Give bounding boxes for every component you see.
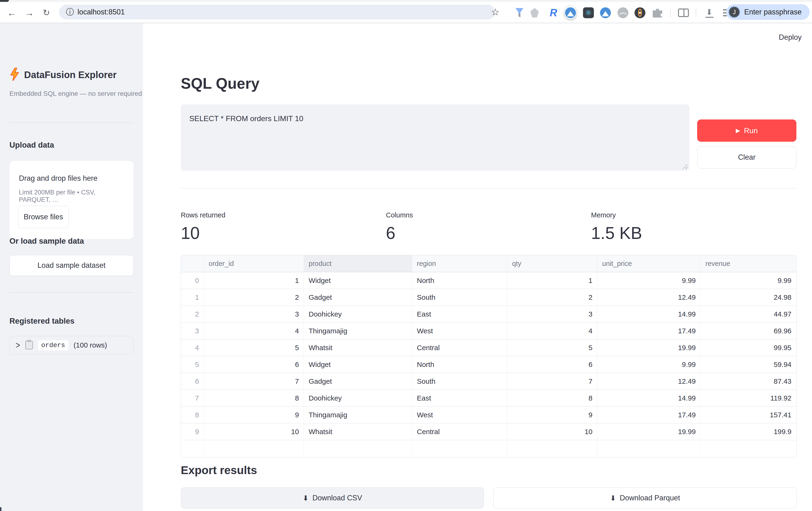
table-cell: 44.97: [701, 306, 796, 323]
table-cell: 1: [204, 272, 304, 289]
run-button[interactable]: ▶ Run: [697, 119, 796, 142]
table-cell: South: [412, 373, 508, 390]
app-brand: DataFusion Explorer: [9, 68, 117, 82]
site-info-icon[interactable]: ⓘ: [65, 7, 75, 17]
column-header-unit_price[interactable]: unit_price: [598, 255, 701, 272]
table-cell: 9: [508, 407, 598, 424]
browser-toolbar: ← → ↻ ⓘ localhost:8501 ☆ R ⚛ J Enter pas…: [0, 2, 812, 23]
reload-icon[interactable]: ↻: [41, 7, 52, 19]
table-cell: Doohickey: [304, 306, 412, 323]
table-cell: 1: [508, 272, 598, 289]
table-cell: 119.92: [701, 390, 796, 407]
empty-cell: [508, 440, 598, 457]
tab-strip: [0, 0, 812, 2]
table-cell: East: [412, 306, 508, 323]
table-cell: 9.99: [598, 272, 701, 289]
empty-cell: [598, 440, 701, 457]
table-name-chip: orders: [38, 340, 68, 350]
dataframe-grid: order_idproductregionqtyunit_pricerevenu…: [181, 255, 796, 457]
row-index: 7: [181, 390, 204, 407]
table-cell: East: [412, 390, 508, 407]
metric-value: 6: [386, 223, 591, 243]
table-cell: Widget: [304, 356, 412, 373]
query-text: SELECT * FROM orders LIMIT 10: [189, 114, 303, 123]
table-cell: 7: [204, 373, 304, 390]
column-header-region[interactable]: region: [412, 255, 508, 272]
load-sample-dataset-button[interactable]: Load sample dataset: [9, 255, 134, 276]
column-header-index[interactable]: [181, 255, 204, 272]
extensions-puzzle-icon[interactable]: [651, 7, 664, 19]
table-cell: South: [412, 289, 508, 306]
row-index: 1: [181, 289, 204, 306]
column-header-qty[interactable]: qty: [508, 255, 598, 272]
empty-cell: [412, 440, 508, 457]
table-cell: 14.99: [598, 306, 701, 323]
empty-cell: [304, 440, 412, 457]
play-icon: ▶: [736, 127, 740, 134]
ext-r-logo-icon[interactable]: R: [547, 7, 560, 19]
empty-cell: [204, 440, 304, 457]
row-index: 4: [181, 340, 204, 356]
metric-label: Memory: [591, 211, 796, 219]
empty-cell: [701, 440, 796, 457]
table-cell: 10: [204, 424, 304, 440]
column-header-order_id[interactable]: order_id: [204, 255, 304, 272]
back-icon[interactable]: ←: [6, 7, 18, 19]
table-cell: North: [412, 356, 508, 373]
ext-mountain-active-icon[interactable]: [564, 7, 577, 19]
metric-label: Columns: [386, 211, 591, 219]
app-caption: Embedded SQL engine — no server required: [9, 90, 142, 98]
column-header-revenue[interactable]: revenue: [701, 255, 796, 272]
results-dataframe[interactable]: order_idproductregionqtyunit_pricerevenu…: [181, 255, 796, 458]
clipboard-icon: [25, 340, 33, 350]
reading-list-icon[interactable]: [677, 7, 690, 19]
orders-table-expander[interactable]: > orders (100 rows): [9, 336, 134, 354]
download-parquet-button[interactable]: ⬇ Download Parquet: [493, 487, 796, 509]
table-cell: 4: [508, 323, 598, 340]
clear-button[interactable]: Clear: [697, 146, 796, 168]
export-results-heading: Export results: [181, 464, 257, 477]
metric-value: 1.5 KB: [591, 223, 796, 243]
forward-icon[interactable]: →: [24, 7, 35, 19]
row-index: 6: [181, 373, 204, 390]
screen: ← → ↻ ⓘ localhost:8501 ☆ R ⚛ J Enter pas…: [0, 0, 812, 511]
empty-cell: [181, 440, 204, 457]
table-cell: West: [412, 407, 508, 424]
table-cell: 2: [204, 289, 304, 306]
dropzone-hint: Limit 200MB per file • CSV, PARQUET, …: [19, 189, 124, 204]
download-csv-button[interactable]: ⬇ Download CSV: [181, 487, 484, 509]
registered-tables-heading: Registered tables: [9, 317, 75, 325]
ext-crystal-icon[interactable]: [528, 7, 541, 19]
table-cell: Central: [412, 424, 508, 440]
deploy-button[interactable]: Deploy: [779, 33, 802, 42]
table-cell: Thingamajig: [304, 323, 412, 340]
sql-query-textarea[interactable]: SELECT * FROM orders LIMIT 10: [181, 104, 689, 171]
ext-react-icon[interactable]: ⚛: [582, 7, 594, 19]
ext-atom-icon[interactable]: [634, 7, 646, 19]
table-cell: 2: [508, 289, 598, 306]
table-cell: 5: [204, 340, 304, 356]
file-dropzone[interactable]: Drag and drop files here Limit 200MB per…: [9, 161, 134, 239]
toolbar-divider: [696, 9, 696, 18]
profile-avatar: J: [729, 6, 740, 18]
browse-files-button[interactable]: Browse files: [18, 206, 69, 228]
ext-mountain-icon[interactable]: [599, 7, 612, 19]
table-cell: 157.41: [701, 407, 796, 424]
run-label: Run: [744, 126, 758, 135]
url-text: localhost:8501: [78, 8, 125, 16]
table-cell: 9.99: [701, 272, 796, 289]
dropzone-title: Drag and drop files here: [19, 174, 124, 183]
table-cell: Whatsit: [304, 424, 412, 440]
downloads-icon[interactable]: [703, 7, 716, 19]
metric-label: Rows returned: [181, 211, 386, 219]
address-bar[interactable]: ⓘ localhost:8501: [59, 5, 495, 19]
resize-handle[interactable]: [681, 163, 688, 169]
ext-globe-icon[interactable]: [617, 7, 629, 19]
column-header-product[interactable]: product: [304, 255, 412, 272]
enter-passphrase-button[interactable]: J Enter passphrase: [726, 4, 810, 20]
ext-funnel-icon[interactable]: [513, 7, 526, 19]
page-title: SQL Query: [181, 75, 259, 92]
table-cell: 17.49: [598, 323, 701, 340]
bookmark-star-icon[interactable]: ☆: [491, 7, 500, 18]
row-index: 8: [181, 407, 204, 424]
